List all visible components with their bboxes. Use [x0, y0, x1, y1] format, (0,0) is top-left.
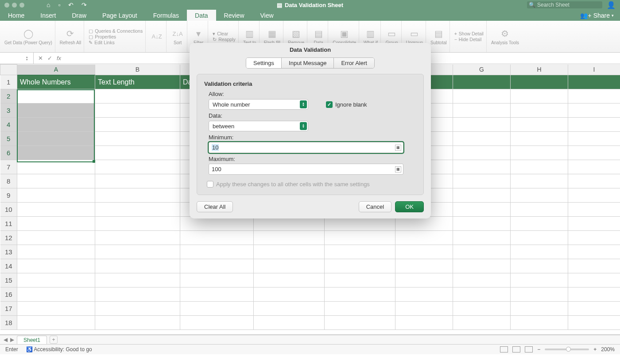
clear-all-button[interactable]: Clear All — [197, 201, 233, 212]
tab-home[interactable]: Home — [0, 10, 32, 21]
properties-button[interactable]: ▢ Properties — [89, 34, 116, 39]
ignore-blank-checkbox[interactable]: ✓ Ignore blank — [326, 101, 367, 108]
hide-detail-button[interactable]: − Hide Detail — [454, 37, 482, 42]
tab-error-alert[interactable]: Error Alert — [334, 58, 374, 68]
row-header-11[interactable]: 11 — [0, 217, 17, 231]
allow-dropdown[interactable]: Whole number ▲▼ — [209, 99, 308, 110]
row-header-6[interactable]: 6 — [0, 146, 17, 160]
share-button[interactable]: 👥+ Share ▾ — [574, 10, 620, 21]
tab-review[interactable]: Review — [216, 10, 252, 21]
account-icon[interactable]: 👤 — [607, 1, 616, 9]
range-selector-icon[interactable]: ▦ — [395, 145, 401, 151]
whatif-icon[interactable]: ▥ — [364, 28, 377, 39]
row-header-16[interactable]: 16 — [0, 287, 17, 302]
row-header-3[interactable]: 3 — [0, 103, 17, 118]
get-data-icon[interactable]: ◯ — [22, 28, 35, 39]
fx-icon[interactable]: fx — [57, 55, 61, 61]
col-header-H[interactable]: H — [511, 65, 568, 75]
tab-view[interactable]: View — [252, 10, 282, 21]
tab-draw[interactable]: Draw — [64, 10, 94, 21]
refresh-icon[interactable]: ⟳ — [64, 28, 77, 39]
flash-fill-icon[interactable]: ▦ — [265, 28, 279, 39]
row-header-8[interactable]: 8 — [0, 174, 17, 188]
sort-az-icon[interactable]: A↓Z — [150, 31, 163, 42]
col-header-G[interactable]: G — [453, 65, 511, 75]
row-header-5[interactable]: 5 — [0, 132, 17, 146]
cell-B1[interactable]: Text Length — [95, 75, 180, 89]
tab-settings[interactable]: Settings — [246, 58, 282, 68]
row-header-7[interactable]: 7 — [0, 160, 17, 174]
col-header-A[interactable]: A — [17, 65, 95, 75]
queries-connections-button[interactable]: ▢ Queries & Connections — [89, 28, 143, 34]
tab-insert[interactable]: Insert — [32, 10, 64, 21]
cell-A4[interactable] — [17, 118, 95, 132]
row-header-18[interactable]: 18 — [0, 316, 17, 330]
remove-dup-icon[interactable]: ▧ — [290, 28, 303, 39]
data-validation-icon[interactable]: ▤ — [312, 28, 325, 39]
cell-A1[interactable]: Whole Numbers — [17, 75, 95, 89]
tab-input-message[interactable]: Input Message — [282, 58, 334, 68]
home-icon[interactable]: ⌂ — [46, 1, 50, 8]
normal-view-icon[interactable] — [500, 346, 508, 353]
ungroup-icon[interactable]: ▭ — [408, 28, 421, 39]
row-header-17[interactable]: 17 — [0, 302, 17, 316]
row-header-13[interactable]: 13 — [0, 245, 17, 259]
filter-icon[interactable]: ▾ — [192, 28, 205, 39]
row-header-15[interactable]: 15 — [0, 273, 17, 287]
row-header-2[interactable]: 2 — [0, 89, 17, 103]
redo-icon[interactable]: ↷ — [81, 1, 87, 8]
zoom-level[interactable]: 200% — [601, 346, 615, 353]
sheet-tab-sheet1[interactable]: Sheet1 — [17, 336, 47, 344]
zoom-out-button[interactable]: − — [537, 346, 540, 353]
minimum-input[interactable]: 10 ▦ — [209, 142, 403, 153]
tab-formulas[interactable]: Formulas — [145, 10, 187, 21]
data-dropdown[interactable]: between ▲▼ — [209, 121, 308, 131]
show-detail-button[interactable]: + Show Detail — [454, 31, 484, 36]
ok-button[interactable]: OK — [395, 201, 424, 212]
row-header-12[interactable]: 12 — [0, 231, 17, 245]
subtotal-icon[interactable]: ▤ — [432, 28, 445, 39]
undo-icon[interactable]: ↶ — [68, 1, 74, 8]
row-header-4[interactable]: 4 — [0, 118, 17, 132]
minimize-dot[interactable] — [12, 3, 17, 8]
zoom-in-button[interactable]: + — [593, 346, 597, 353]
tab-data[interactable]: Data — [187, 10, 216, 21]
save-icon[interactable]: ▫ — [58, 1, 60, 8]
accessibility-status[interactable]: ♿ Accessibility: Good to go — [26, 346, 92, 353]
text-to-columns-icon[interactable]: ▥ — [243, 28, 256, 39]
zoom-thumb[interactable] — [566, 347, 571, 352]
page-break-view-icon[interactable] — [525, 346, 533, 353]
clear-filter-button[interactable]: ▾ Clear — [213, 31, 228, 36]
cancel-edit-icon[interactable]: ✕ — [38, 55, 43, 61]
cell-A2[interactable] — [17, 89, 95, 103]
row-header-1[interactable]: 1 — [0, 75, 17, 89]
maximum-input[interactable]: 100 ▦ — [209, 164, 403, 175]
cell-A5[interactable] — [17, 132, 95, 146]
sort-icon[interactable]: Z↓A — [171, 28, 184, 39]
consolidate-icon[interactable]: ▣ — [338, 28, 351, 39]
row-header-10[interactable]: 10 — [0, 203, 17, 217]
edit-links-button[interactable]: ✎ Edit Links — [89, 40, 115, 45]
zoom-slider[interactable] — [545, 349, 589, 350]
col-header-I[interactable]: I — [568, 65, 620, 75]
analysis-tools-icon[interactable]: ⚙ — [498, 28, 512, 39]
group-icon[interactable]: ▭ — [385, 28, 399, 39]
range-selector-icon[interactable]: ▦ — [395, 166, 401, 172]
reapply-button[interactable]: ↻ Reapply — [213, 37, 236, 42]
confirm-edit-icon[interactable]: ✓ — [47, 55, 52, 61]
col-header-B[interactable]: B — [95, 65, 180, 75]
add-sheet-button[interactable]: + — [50, 336, 58, 344]
scroll-left-icon[interactable]: ◀ — [4, 337, 8, 343]
cell-A6[interactable] — [17, 146, 95, 160]
cell-A3[interactable] — [17, 103, 95, 118]
row-header-14[interactable]: 14 — [0, 259, 17, 273]
close-dot[interactable] — [4, 3, 9, 8]
tab-page-layout[interactable]: Page Layout — [94, 10, 145, 21]
select-all-corner[interactable] — [0, 65, 17, 75]
name-box[interactable]: ▴▾ — [0, 53, 34, 64]
scroll-right-icon[interactable]: ▶ — [10, 337, 14, 343]
cancel-button[interactable]: Cancel — [359, 201, 391, 212]
row-header-9[interactable]: 9 — [0, 188, 17, 203]
zoom-dot[interactable] — [19, 3, 24, 8]
search-sheet-input[interactable]: 🔍 Search Sheet — [527, 1, 602, 8]
